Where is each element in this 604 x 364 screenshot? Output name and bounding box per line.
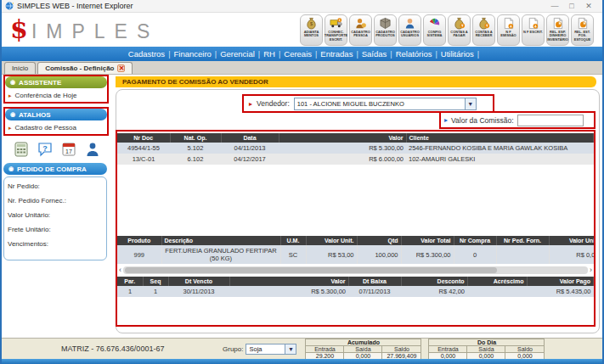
table-row[interactable]: 13/C-016.10204/12/2017R$ 6.000,00102-AMA… bbox=[117, 154, 594, 165]
pedido-field-label-label: Valor Unitário: bbox=[8, 211, 50, 219]
totals-col-header: Entrada bbox=[306, 346, 344, 353]
toolbar-button-label: CONTAS A PAGAR bbox=[449, 31, 470, 38]
sidebar-item-cadastro-pessoa[interactable]: ▸Cadastro de Pessoa bbox=[5, 120, 107, 134]
toolbar-button-label: ADIANTA MENTOS bbox=[301, 31, 322, 38]
column-header: Valor bbox=[229, 277, 348, 286]
menu-item-cadastros[interactable]: Cadastros bbox=[125, 49, 168, 59]
grupo-select[interactable]: Soja ▼ bbox=[246, 344, 296, 355]
rel-est-pos-estoque-icon bbox=[576, 17, 589, 30]
toolbar-button-contas-a-receber[interactable]: CONTAS A RECEBER bbox=[472, 14, 495, 46]
toolbar-button-adiantamentos[interactable]: $ADIANTA MENTOS bbox=[300, 14, 323, 46]
sidebar: ◉ ASSISTENTE ▸Conferência de Hoje ◉ ATAL… bbox=[2, 75, 112, 338]
table-header-row: Par.SeqDt VenctoValorDt BaixaDescontoAcr… bbox=[117, 277, 594, 286]
tab-comissao-definicao[interactable]: Comissão - Definição ✕ bbox=[37, 62, 133, 74]
table-cell: R$ 42,00 bbox=[401, 286, 467, 297]
minimize-button[interactable]: — bbox=[550, 2, 560, 10]
vendedor-select[interactable]: 101 - ALCIONE MIGUEL BUCZENKO ▼ bbox=[294, 98, 477, 110]
calendar-icon[interactable]: 17 bbox=[60, 141, 77, 158]
horizontal-scrollbar[interactable]: ‹ › bbox=[119, 265, 592, 275]
toolbar-button-cadastro-produtos[interactable]: CADASTRO PRODUTOS bbox=[374, 14, 397, 46]
tab-inicio[interactable]: Início bbox=[4, 62, 36, 74]
column-header: Desconto bbox=[401, 277, 467, 286]
cadastro-produtos-icon bbox=[379, 17, 392, 30]
toolbar-button-label: REL. EST. POS. ESTOQUE bbox=[572, 31, 593, 42]
scrollbar-track[interactable] bbox=[123, 266, 588, 274]
column-header: Cliente bbox=[406, 133, 594, 143]
table-cell: SC bbox=[280, 245, 306, 264]
atalhos-header[interactable]: ◉ ATALHOS bbox=[5, 109, 107, 120]
pedido-compra-header[interactable]: ◉ PEDIDO DE COMPRA bbox=[3, 163, 107, 175]
table-cell: 999 bbox=[117, 245, 161, 264]
menu-item-financeiro[interactable]: Financeiro bbox=[170, 49, 214, 59]
tab-close-icon[interactable]: ✕ bbox=[117, 64, 125, 72]
table-cell bbox=[467, 286, 527, 297]
table-row[interactable]: 1130/11/2013R$ 5.300,0007/11/2013R$ 42,0… bbox=[117, 286, 594, 297]
toolbar-button-cadastro-pessoa[interactable]: CADASTRO PESSOA bbox=[349, 14, 372, 46]
column-header: Nr Compra bbox=[454, 236, 496, 245]
toolbar-button-rel-esp-dinheiro-inventario[interactable]: REL. ESP. DINHEIRO INVENTÁRIO bbox=[546, 14, 569, 46]
vendedor-field-group: ▸ Vendedor: 101 - ALCIONE MIGUEL BUCZENK… bbox=[242, 94, 494, 113]
item-arrow-icon: ▸ bbox=[8, 125, 12, 132]
close-button[interactable]: ✕ bbox=[584, 2, 594, 10]
totals-value: 0,000 bbox=[429, 353, 467, 359]
maximize-button[interactable]: □ bbox=[567, 2, 577, 10]
toolbar-button-label: CONHEC. TRANSPORTE ESCRIT. bbox=[325, 31, 348, 42]
table-cell: R$ 5.300,00 bbox=[401, 245, 454, 264]
adiantamentos-icon: $ bbox=[305, 17, 318, 30]
column-header: U.M. bbox=[280, 236, 306, 245]
menu-item-cereais[interactable]: Cereais bbox=[280, 49, 315, 59]
menu-item-utilitarios[interactable]: Utilitários bbox=[437, 49, 477, 59]
totals-value: 0,000 bbox=[344, 353, 382, 359]
menu-item-relatorios[interactable]: Relatórios bbox=[392, 49, 436, 59]
menu-item-entradas[interactable]: Entradas bbox=[317, 49, 356, 59]
tables-annotation-box: Nr DocNat. Op.DataValorCliente49544/1-55… bbox=[116, 130, 596, 327]
toolbar-button-rel-est-pos-estoque[interactable]: REL. EST. POS. ESTOQUE bbox=[571, 14, 594, 46]
tab-inicio-label: Início bbox=[12, 64, 28, 72]
app-window: SIMPLES WEB - Internet Explorer — □ ✕ $ … bbox=[0, 0, 604, 364]
logo-text: IMPLES bbox=[31, 20, 159, 43]
toolbar-button-nf-escrit[interactable]: N F ESCRIT. bbox=[522, 14, 545, 46]
totals-group-title: Do Dia bbox=[429, 339, 544, 346]
table-cell: 30/11/2013 bbox=[168, 286, 229, 297]
table-cell: 1 bbox=[143, 286, 168, 297]
sidebar-quick-icons: ? 17 bbox=[7, 139, 107, 160]
calculator-icon[interactable] bbox=[13, 141, 30, 158]
sidebar-item-conferencia[interactable]: ▸Conferência de Hoje bbox=[5, 88, 107, 102]
svg-text:17: 17 bbox=[65, 148, 72, 154]
page-title: PAGAMENTO DE COMISSÃO AO VENDEDOR bbox=[116, 76, 596, 87]
menu-item-saidas[interactable]: Saídas bbox=[358, 49, 391, 59]
window-title: SIMPLES WEB - Internet Explorer bbox=[17, 2, 550, 10]
column-header: Nr Ped. Forn. bbox=[496, 236, 549, 245]
toolbar-button-nf-emissao[interactable]: N F EMISSÃO bbox=[497, 14, 520, 46]
table-cell: 04/11/2013 bbox=[221, 143, 279, 154]
scrollbar-thumb[interactable] bbox=[125, 267, 497, 273]
table-row[interactable]: 49544/1-555.10204/11/2013R$ 5.300,002546… bbox=[117, 143, 594, 154]
assistente-header[interactable]: ◉ ASSISTENTE bbox=[5, 76, 107, 88]
table-row[interactable]: 999FERT.UREIA GRANULADO FERTIPAR (50 KG)… bbox=[117, 245, 594, 264]
toolbar-button-cadastro-usuarios[interactable]: CADASTRO USUÁRIOS bbox=[398, 14, 421, 46]
chevron-down-icon[interactable]: ▼ bbox=[285, 344, 296, 354]
pedido-field-label: Valor Unitário: bbox=[8, 211, 103, 219]
installments-table: Par.SeqDt VenctoValorDt BaixaDescontoAcr… bbox=[117, 277, 594, 297]
table-cell: 1 bbox=[117, 286, 143, 297]
menu-item-gerencial[interactable]: Gerencial bbox=[217, 49, 258, 59]
scroll-right-icon[interactable]: › bbox=[590, 266, 592, 274]
toolbar-button-config-sistema[interactable]: CONFIG SISTEMA bbox=[423, 14, 446, 46]
help-icon[interactable]: ? bbox=[37, 141, 54, 158]
valor-comissao-input[interactable] bbox=[517, 115, 584, 126]
person-icon[interactable] bbox=[84, 141, 101, 158]
vendedor-label: Vendedor: bbox=[257, 99, 290, 108]
menu-item-rh[interactable]: RH bbox=[260, 49, 279, 59]
table-header-row: Nr DocNat. Op.DataValorCliente bbox=[117, 133, 594, 143]
column-header: Nr Doc bbox=[117, 133, 170, 143]
totals-value: 27.969,409 bbox=[382, 353, 421, 359]
nf-emissao-icon bbox=[502, 17, 515, 30]
chevron-down-icon[interactable]: ▼ bbox=[465, 98, 476, 109]
toolbar-button-contas-a-pagar[interactable]: CONTAS A PAGAR bbox=[448, 14, 471, 46]
toolbar-button-conhec-transporte-escrit[interactable]: CONHEC. TRANSPORTE ESCRIT. bbox=[325, 14, 347, 46]
section-bullet-icon: ◉ bbox=[8, 165, 14, 172]
pedido-compra-panel: Nr Pedido:Nr. Pedido Fornec.:Valor Unitá… bbox=[3, 176, 107, 260]
column-header: Par. bbox=[117, 277, 143, 286]
internet-explorer-icon bbox=[5, 2, 14, 10]
scroll-left-icon[interactable]: ‹ bbox=[119, 266, 121, 274]
